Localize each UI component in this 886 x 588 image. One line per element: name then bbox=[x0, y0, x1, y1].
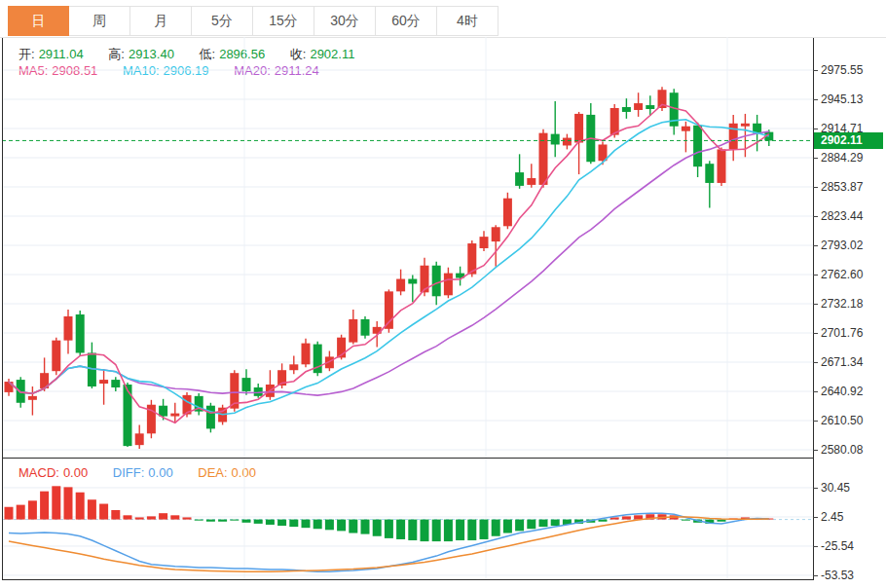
candle-body bbox=[432, 266, 441, 297]
candle-body bbox=[527, 178, 535, 185]
candle-body bbox=[408, 279, 417, 284]
candles bbox=[5, 87, 774, 449]
macd-bar bbox=[492, 520, 500, 536]
macd-bar bbox=[373, 520, 382, 536]
candle-body bbox=[444, 274, 453, 296]
candle-body bbox=[361, 319, 370, 336]
macd-bar bbox=[385, 520, 393, 538]
axis-tick bbox=[813, 517, 818, 518]
macd-bar bbox=[277, 520, 286, 526]
axis-tick bbox=[813, 575, 818, 576]
tab-60分[interactable]: 60分 bbox=[376, 6, 437, 36]
macd-bar bbox=[325, 520, 334, 531]
price-axis-label: 2975.55 bbox=[821, 63, 883, 77]
macd-bar bbox=[28, 500, 37, 519]
price-chart[interactable] bbox=[2, 37, 813, 459]
macd-bar bbox=[314, 520, 322, 530]
price-axis-label: 2732.18 bbox=[821, 297, 883, 311]
axis-tick bbox=[813, 391, 818, 392]
macd-axis-label: 2.45 bbox=[821, 510, 883, 524]
price-axis-label: 2853.87 bbox=[821, 180, 883, 194]
candle-body bbox=[622, 107, 631, 112]
candle-body bbox=[135, 433, 144, 445]
macd-bar bbox=[432, 520, 441, 541]
price-axis-label: 2793.02 bbox=[821, 239, 883, 252]
candle-body bbox=[492, 227, 500, 241]
candle-body bbox=[693, 126, 702, 166]
macd-bar bbox=[289, 520, 298, 527]
candle-body bbox=[646, 105, 654, 109]
macd-bar bbox=[349, 520, 357, 533]
tab-30分[interactable]: 30分 bbox=[314, 6, 376, 36]
candle-body bbox=[574, 114, 583, 143]
tab-月[interactable]: 月 bbox=[130, 6, 192, 36]
candle-body bbox=[5, 382, 14, 392]
tab-日[interactable]: 日 bbox=[8, 6, 69, 36]
candle-body bbox=[349, 319, 357, 343]
macd-axis-label: -53.53 bbox=[821, 569, 883, 582]
macd-bar bbox=[266, 520, 275, 525]
price-axis-label: 2914.71 bbox=[821, 122, 883, 135]
macd-bar bbox=[718, 520, 726, 522]
macd-bar bbox=[99, 504, 108, 520]
macd-chart[interactable] bbox=[2, 459, 813, 579]
macd-bar bbox=[5, 507, 14, 520]
macd-bar bbox=[610, 517, 619, 519]
candle-body bbox=[242, 378, 251, 391]
candle-body bbox=[551, 134, 560, 145]
tab-4时[interactable]: 4时 bbox=[437, 6, 498, 36]
candle-body bbox=[111, 380, 120, 387]
macd-bar bbox=[254, 520, 263, 524]
price-axis-label: 2762.60 bbox=[821, 268, 883, 281]
candle-body bbox=[503, 199, 512, 227]
price-axis-label: 2580.08 bbox=[821, 443, 883, 457]
macd-bar bbox=[76, 493, 85, 520]
tab-15分[interactable]: 15分 bbox=[253, 6, 314, 36]
macd-bar bbox=[396, 520, 405, 539]
macd-bar bbox=[302, 520, 311, 529]
candle-body bbox=[396, 279, 405, 292]
price-axis-label: 2610.50 bbox=[821, 414, 883, 427]
axis-tick bbox=[813, 187, 818, 188]
macd-bar bbox=[52, 486, 60, 519]
candle-body bbox=[76, 314, 85, 352]
tab-5分[interactable]: 5分 bbox=[192, 6, 253, 36]
macd-bar bbox=[480, 520, 489, 539]
tab-周[interactable]: 周 bbox=[69, 6, 130, 36]
macd-bar bbox=[361, 520, 370, 534]
price-axis-line bbox=[813, 38, 814, 579]
macd-bar bbox=[456, 520, 464, 540]
macd-bar bbox=[408, 520, 417, 540]
axis-tick bbox=[813, 158, 818, 159]
candle-body bbox=[159, 406, 167, 417]
axis-tick bbox=[813, 275, 818, 276]
price-axis-label: 2945.13 bbox=[821, 92, 883, 106]
candle-body bbox=[682, 127, 690, 131]
candle-body bbox=[170, 414, 179, 417]
macd-bar bbox=[124, 515, 132, 519]
axis-tick bbox=[813, 70, 818, 71]
macd-bar bbox=[539, 520, 548, 527]
macd-bar bbox=[88, 499, 96, 519]
axis-tick bbox=[813, 216, 818, 217]
interval-tabbar: 日周月5分15分30分60分4时 bbox=[0, 0, 886, 38]
price-axis-label: 2823.44 bbox=[821, 209, 883, 223]
macd-axis-label: -25.54 bbox=[821, 539, 883, 553]
macd-bar bbox=[230, 520, 239, 521]
candle-body bbox=[705, 164, 714, 183]
axis-tick bbox=[813, 488, 818, 489]
candle-body bbox=[289, 364, 298, 370]
axis-tick bbox=[813, 245, 818, 246]
macd-bar bbox=[159, 513, 167, 519]
macd-axis-label: 30.45 bbox=[821, 481, 883, 495]
macd-bar bbox=[17, 505, 25, 520]
macd-bar bbox=[444, 520, 453, 541]
ma20-line bbox=[9, 131, 769, 395]
axis-tick bbox=[813, 450, 818, 451]
macd-bar bbox=[599, 520, 608, 522]
axis-tick bbox=[813, 304, 818, 305]
candle-body bbox=[64, 316, 73, 341]
macd-bar bbox=[467, 520, 476, 540]
candle-body bbox=[99, 380, 108, 384]
axis-tick bbox=[813, 333, 818, 334]
